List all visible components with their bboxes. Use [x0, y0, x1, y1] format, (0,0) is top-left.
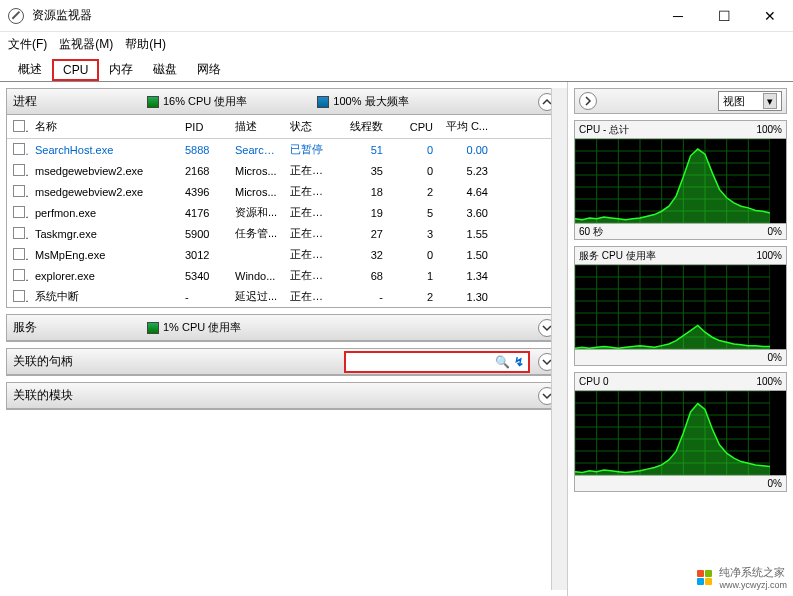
refresh-icon[interactable]: ↯ [514, 355, 524, 369]
cell-state: 正在运行 [284, 289, 339, 304]
col-avg[interactable]: 平均 C... [439, 119, 494, 134]
cell-name: Taskmgr.exe [29, 228, 179, 240]
cell-avg: 1.34 [439, 270, 494, 282]
processes-table-header: 名称 PID 描述 状态 线程数 CPU 平均 C... [7, 115, 560, 139]
cell-cpu: 0 [389, 249, 439, 261]
window-title: 资源监视器 [32, 7, 92, 24]
maximize-button[interactable]: ☐ [701, 0, 747, 32]
tab-cpu[interactable]: CPU [52, 59, 99, 81]
cell-name: msedgewebview2.exe [29, 186, 179, 198]
cell-avg: 1.55 [439, 228, 494, 240]
watermark: 纯净系统之家 www.ycwyzj.com [697, 565, 787, 590]
table-row[interactable]: 系统中断-延迟过...正在运行-21.30 [7, 286, 560, 307]
graph-xlabel: 60 秒 [579, 225, 603, 239]
view-dropdown[interactable]: 视图 ▾ [718, 91, 782, 111]
tab-memory[interactable]: 内存 [99, 58, 143, 81]
table-row[interactable]: perfmon.exe4176资源和...正在运行1953.60 [7, 202, 560, 223]
row-checkbox[interactable] [13, 164, 25, 176]
row-checkbox[interactable] [13, 269, 25, 281]
row-checkbox[interactable] [13, 227, 25, 239]
minimize-button[interactable]: ─ [655, 0, 701, 32]
cell-pid: 3012 [179, 249, 229, 261]
row-checkbox[interactable] [13, 290, 25, 302]
cell-cpu: 0 [389, 144, 439, 156]
watermark-text: 纯净系统之家 [719, 565, 787, 580]
cell-cpu: 1 [389, 270, 439, 282]
cell-threads: - [339, 291, 389, 303]
cell-pid: 5888 [179, 144, 229, 156]
tab-disk[interactable]: 磁盘 [143, 58, 187, 81]
handles-header[interactable]: 关联的句柄 🔍 ↯ [7, 349, 560, 375]
graph-max: 100% [756, 250, 782, 261]
cell-state: 正在运行 [284, 184, 339, 199]
cell-name: SearchHost.exe [29, 144, 179, 156]
col-threads[interactable]: 线程数 [339, 119, 389, 134]
cell-pid: 5340 [179, 270, 229, 282]
watermark-logo [697, 570, 713, 586]
graph-title: 服务 CPU 使用率 [579, 249, 656, 263]
left-pane: 进程 16% CPU 使用率 100% 最大频率 名称 PID 描述 状态 线程… [0, 82, 568, 596]
right-header: 视图 ▾ [574, 88, 787, 114]
cell-desc: 资源和... [229, 205, 284, 220]
cell-state: 正在运行 [284, 268, 339, 283]
dropdown-arrow-icon: ▾ [763, 93, 777, 109]
col-pid[interactable]: PID [179, 121, 229, 133]
graph-min: 0% [768, 226, 782, 237]
processes-panel: 进程 16% CPU 使用率 100% 最大频率 名称 PID 描述 状态 线程… [6, 88, 561, 308]
col-name[interactable]: 名称 [29, 119, 179, 134]
handles-search-input[interactable] [350, 356, 495, 368]
cell-name: explorer.exe [29, 270, 179, 282]
tab-overview[interactable]: 概述 [8, 58, 52, 81]
graph-card: 服务 CPU 使用率100%0% [574, 246, 787, 366]
graph-card: CPU - 总计100%60 秒0% [574, 120, 787, 240]
app-icon [8, 8, 24, 24]
cell-state: 正在运行 [284, 226, 339, 241]
graph-area [575, 391, 786, 475]
handles-panel: 关联的句柄 🔍 ↯ [6, 348, 561, 376]
collapse-right-button[interactable] [579, 92, 597, 110]
table-row[interactable]: SearchHost.exe5888Search...已暂停5100.00 [7, 139, 560, 160]
processes-table-body: SearchHost.exe5888Search...已暂停5100.00mse… [7, 139, 560, 307]
cell-pid: 5900 [179, 228, 229, 240]
processes-header[interactable]: 进程 16% CPU 使用率 100% 最大频率 [7, 89, 560, 115]
close-button[interactable]: ✕ [747, 0, 793, 32]
cell-cpu: 3 [389, 228, 439, 240]
tab-network[interactable]: 网络 [187, 58, 231, 81]
row-checkbox[interactable] [13, 185, 25, 197]
cell-threads: 68 [339, 270, 389, 282]
menu-file[interactable]: 文件(F) [8, 36, 47, 53]
cell-pid: 4176 [179, 207, 229, 219]
modules-header[interactable]: 关联的模块 [7, 383, 560, 409]
table-row[interactable]: explorer.exe5340Windo...正在运行6811.34 [7, 265, 560, 286]
table-row[interactable]: msedgewebview2.exe2168Micros...正在运行3505.… [7, 160, 560, 181]
row-checkbox[interactable] [13, 206, 25, 218]
services-cpu-indicator [147, 322, 159, 334]
table-row[interactable]: MsMpEng.exe3012正在运行3201.50 [7, 244, 560, 265]
cell-name: MsMpEng.exe [29, 249, 179, 261]
select-all-checkbox[interactable] [13, 120, 25, 132]
handles-title: 关联的句柄 [13, 353, 73, 370]
col-cpu[interactable]: CPU [389, 121, 439, 133]
services-panel: 服务 1% CPU 使用率 [6, 314, 561, 342]
col-state[interactable]: 状态 [284, 119, 339, 134]
cell-avg: 3.60 [439, 207, 494, 219]
table-row[interactable]: Taskmgr.exe5900任务管...正在运行2731.55 [7, 223, 560, 244]
left-scrollbar[interactable] [551, 88, 567, 590]
graph-min: 0% [768, 352, 782, 363]
cpu-usage-text: 16% CPU 使用率 [163, 94, 247, 109]
search-icon[interactable]: 🔍 [495, 355, 510, 369]
table-row[interactable]: msedgewebview2.exe4396Micros...正在运行1824.… [7, 181, 560, 202]
max-freq-indicator [317, 96, 329, 108]
services-header[interactable]: 服务 1% CPU 使用率 [7, 315, 560, 341]
row-checkbox[interactable] [13, 248, 25, 260]
row-checkbox[interactable] [13, 143, 25, 155]
processes-title: 进程 [13, 93, 37, 110]
menu-help[interactable]: 帮助(H) [125, 36, 166, 53]
menu-monitor[interactable]: 监视器(M) [59, 36, 113, 53]
cell-pid: 4396 [179, 186, 229, 198]
cell-desc: Windo... [229, 270, 284, 282]
col-desc[interactable]: 描述 [229, 119, 284, 134]
cell-desc: Micros... [229, 186, 284, 198]
graph-max: 100% [756, 124, 782, 135]
graph-card: CPU 0100%0% [574, 372, 787, 492]
